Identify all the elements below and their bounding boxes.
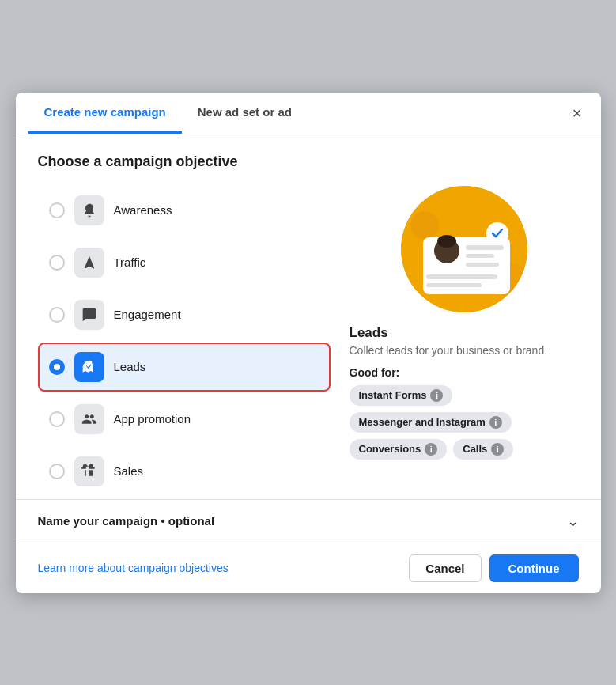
app-promotion-label: App promotion bbox=[114, 412, 191, 426]
tab-create-campaign[interactable]: Create new campaign bbox=[28, 93, 182, 134]
info-icon-conversions[interactable]: i bbox=[425, 443, 437, 456]
leads-icon bbox=[74, 352, 104, 382]
svg-rect-7 bbox=[466, 254, 494, 258]
traffic-label: Traffic bbox=[114, 255, 146, 269]
svg-rect-6 bbox=[466, 245, 504, 250]
options-list: Awareness Traffic bbox=[38, 186, 331, 499]
svg-rect-10 bbox=[426, 283, 482, 287]
tab-new-ad[interactable]: New ad set or ad bbox=[182, 93, 308, 134]
good-for-label: Good for: bbox=[350, 366, 579, 379]
learn-more-link[interactable]: Learn more about campaign objectives bbox=[38, 562, 229, 574]
awareness-icon bbox=[74, 195, 104, 225]
svg-point-1 bbox=[410, 211, 439, 240]
info-icon-instant-forms[interactable]: i bbox=[430, 389, 443, 402]
traffic-icon bbox=[74, 248, 104, 278]
option-sales[interactable]: Sales bbox=[38, 447, 331, 496]
radio-traffic[interactable] bbox=[49, 255, 65, 271]
tag-conversions: Conversions i bbox=[350, 439, 448, 460]
info-icon-calls[interactable]: i bbox=[491, 443, 504, 456]
sales-label: Sales bbox=[114, 464, 144, 478]
option-leads[interactable]: Leads bbox=[38, 342, 331, 392]
tag-messenger-instagram: Messenger and Instagram i bbox=[350, 412, 512, 433]
engagement-icon bbox=[74, 300, 104, 330]
tab-bar: Create new campaign New ad set or ad × bbox=[16, 93, 601, 134]
engagement-label: Engagement bbox=[114, 308, 181, 321]
radio-sales[interactable] bbox=[49, 464, 65, 479]
chevron-down-icon: ⌄ bbox=[567, 513, 579, 530]
svg-rect-8 bbox=[466, 263, 499, 267]
svg-rect-9 bbox=[426, 274, 497, 279]
leads-label: Leads bbox=[114, 360, 146, 373]
leads-illustration bbox=[401, 186, 527, 312]
continue-button[interactable]: Continue bbox=[489, 554, 579, 582]
detail-title: Leads bbox=[350, 325, 579, 341]
footer-buttons: Cancel Continue bbox=[409, 554, 578, 582]
radio-awareness[interactable] bbox=[49, 202, 65, 218]
close-button[interactable]: × bbox=[566, 99, 588, 127]
content-area: Awareness Traffic bbox=[38, 186, 579, 499]
app-promotion-icon bbox=[74, 404, 104, 434]
tag-calls: Calls i bbox=[453, 439, 513, 460]
page-overlay: Create new campaign New ad set or ad × C… bbox=[0, 0, 616, 685]
option-app-promotion[interactable]: App promotion bbox=[38, 395, 331, 444]
option-engagement[interactable]: Engagement bbox=[38, 290, 331, 339]
option-awareness[interactable]: Awareness bbox=[38, 186, 331, 235]
detail-description: Collect leads for your business or brand… bbox=[350, 344, 579, 357]
sales-icon bbox=[74, 456, 104, 486]
modal-body: Choose a campaign objective Awareness bbox=[16, 134, 601, 499]
modal-footer: Learn more about campaign objectives Can… bbox=[16, 543, 601, 593]
radio-app-promotion[interactable] bbox=[49, 411, 65, 427]
name-campaign-bar[interactable]: Name your campaign • optional ⌄ bbox=[16, 499, 601, 543]
radio-leads[interactable] bbox=[49, 359, 65, 375]
cancel-button[interactable]: Cancel bbox=[409, 554, 481, 582]
tags-container: Instant Forms i Messenger and Instagram … bbox=[350, 385, 579, 460]
tag-instant-forms: Instant Forms i bbox=[350, 385, 453, 406]
name-campaign-text: Name your campaign • optional bbox=[38, 514, 215, 528]
radio-engagement[interactable] bbox=[49, 307, 65, 323]
awareness-label: Awareness bbox=[114, 203, 172, 217]
info-icon-messenger[interactable]: i bbox=[489, 416, 502, 429]
svg-point-5 bbox=[437, 235, 456, 248]
detail-panel: Leads Collect leads for your business or… bbox=[350, 186, 579, 499]
modal-dialog: Create new campaign New ad set or ad × C… bbox=[16, 93, 601, 593]
section-title: Choose a campaign objective bbox=[38, 153, 579, 170]
option-traffic[interactable]: Traffic bbox=[38, 238, 331, 287]
